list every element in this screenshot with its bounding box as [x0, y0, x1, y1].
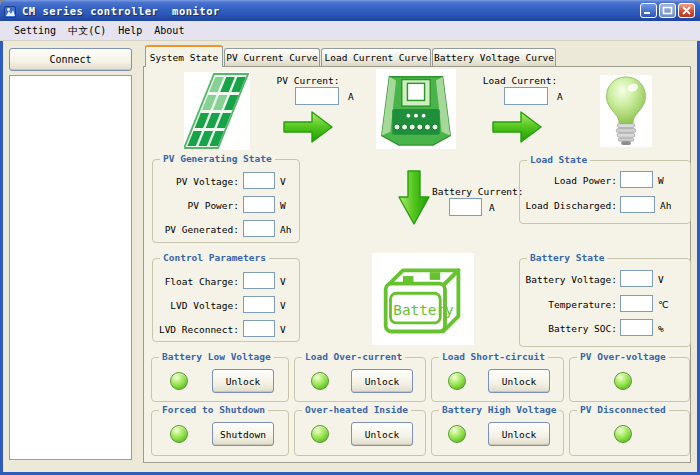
alarm-battery-high-voltage: Battery High Voltage Unlock [431, 410, 564, 456]
load-discharged-label: Load Discharged: [520, 200, 617, 211]
system-state-panel: PV Current: A [143, 66, 691, 463]
load-power-label: Load Power: [520, 175, 617, 186]
pv-disconnected-led-icon [614, 425, 632, 443]
float-charge-unit: V [280, 276, 286, 287]
pv-generating-state-group: PV Generating State PV Voltage: V PV Pow… [152, 159, 300, 243]
pv-power-input[interactable] [243, 196, 275, 213]
device-list[interactable] [9, 75, 132, 460]
alarm-pv-over-voltage-title: PV Over-voltage [577, 351, 669, 362]
temperature-label: Temperature: [520, 299, 617, 310]
over-heated-inside-unlock-button[interactable]: Unlock [351, 422, 413, 446]
alarm-pv-disconnected-title: PV Disconnected [577, 404, 669, 415]
pv-current-label: PV Current: [256, 75, 360, 86]
load-state-title: Load State [527, 154, 590, 165]
alarm-over-heated-inside-title: Over-heated Inside [302, 404, 411, 415]
pv-voltage-unit: V [280, 176, 286, 187]
alarm-battery-high-voltage-title: Battery High Voltage [439, 404, 559, 415]
load-state-group: Load State Load Power: W Load Discharged… [519, 160, 691, 224]
battery-soc-label: Battery SOC: [520, 323, 617, 334]
menu-about[interactable]: About [148, 23, 190, 38]
load-discharged-unit: Ah [660, 200, 671, 211]
pv-voltage-label: PV Voltage: [153, 176, 239, 187]
menu-language[interactable]: 中文(C) [62, 22, 112, 40]
pv-generated-label: PV Generated: [153, 224, 239, 235]
lvd-voltage-unit: V [280, 300, 286, 311]
alarm-forced-to-shutdown-title: Forced to Shutdown [159, 404, 268, 415]
battery-current-label: Battery Current: [432, 186, 524, 197]
battery-high-voltage-led-icon [448, 425, 466, 443]
alarm-forced-to-shutdown: Forced to Shutdown Shutdown [151, 410, 289, 456]
pv-voltage-input[interactable] [243, 172, 275, 189]
battery-state-title: Battery State [527, 252, 607, 263]
lvd-reconnect-unit: V [280, 324, 286, 335]
menubar: Setting 中文(C) Help About [0, 21, 700, 41]
battery-icon: Battery [372, 253, 474, 345]
temperature-input[interactable] [620, 295, 653, 312]
menu-help[interactable]: Help [112, 23, 148, 38]
load-current-unit: A [557, 91, 563, 102]
float-charge-label: Float Charge: [153, 276, 239, 287]
pv-power-label: PV Power: [153, 200, 239, 211]
alarm-pv-disconnected: PV Disconnected [569, 410, 690, 456]
connect-button[interactable]: Connect [9, 48, 132, 71]
battery-state-group: Battery State Battery Voltage: V Tempera… [519, 258, 691, 347]
tab-battery-voltage-curve[interactable]: Battery Voltage Curve [432, 48, 556, 66]
pv-generated-input[interactable] [243, 220, 275, 237]
battery-high-voltage-unlock-button[interactable]: Unlock [488, 422, 550, 446]
battery-soc-input[interactable] [620, 319, 653, 336]
battery-current-input[interactable] [449, 198, 482, 216]
load-short-circuit-unlock-button[interactable]: Unlock [488, 369, 550, 393]
solar-panel-icon [184, 72, 250, 150]
load-current-input[interactable] [504, 87, 548, 105]
lvd-voltage-label: LVD Voltage: [153, 300, 239, 311]
battery-soc-unit: % [658, 323, 664, 334]
battery-flow-arrow-icon [396, 169, 432, 231]
battery-voltage-unit: V [658, 274, 664, 285]
bulb-icon [600, 75, 652, 147]
app-window: CM series controller monitor Setting 中文(… [0, 0, 700, 475]
lvd-reconnect-input[interactable] [243, 320, 275, 337]
load-power-input[interactable] [620, 171, 653, 188]
load-discharged-input[interactable] [620, 196, 655, 213]
float-charge-input[interactable] [243, 272, 275, 289]
battery-low-voltage-unlock-button[interactable]: Unlock [212, 369, 274, 393]
pv-generated-unit: Ah [280, 224, 291, 235]
tab-system-state[interactable]: System State [145, 45, 223, 67]
tab-pv-current-curve[interactable]: PV Current Curve [224, 48, 320, 66]
tab-load-current-curve[interactable]: Load Current Curve [321, 48, 431, 66]
battery-voltage-label: Battery Voltage: [520, 274, 617, 285]
app-icon [4, 4, 18, 18]
alarm-load-over-current-title: Load Over-current [302, 351, 405, 362]
load-over-current-unlock-button[interactable]: Unlock [351, 369, 413, 393]
alarm-load-short-circuit-title: Load Short-circuit [439, 351, 548, 362]
pv-current-input[interactable] [295, 87, 339, 105]
alarm-load-over-current: Load Over-current Unlock [294, 357, 426, 402]
pv-over-voltage-led-icon [614, 372, 632, 390]
battery-icon-text: Battery [393, 302, 454, 318]
pv-current-unit: A [348, 91, 354, 102]
lvd-reconnect-label: LVD Reconnect: [153, 324, 239, 335]
battery-voltage-input[interactable] [620, 270, 653, 287]
controller-icon [376, 69, 456, 149]
load-short-circuit-led-icon [448, 372, 466, 390]
alarm-battery-low-voltage-title: Battery Low Voltage [159, 351, 274, 362]
alarm-pv-over-voltage: PV Over-voltage [569, 357, 690, 402]
control-parameters-title: Control Parameters [160, 252, 269, 263]
load-flow-arrow-icon [491, 109, 543, 149]
window-title: CM series controller monitor [22, 5, 220, 17]
lvd-voltage-input[interactable] [243, 296, 275, 313]
load-current-label: Load Current: [466, 75, 574, 86]
alarm-load-short-circuit: Load Short-circuit Unlock [431, 357, 564, 402]
pv-power-unit: W [280, 200, 286, 211]
battery-low-voltage-led-icon [170, 372, 188, 390]
control-parameters-group: Control Parameters Float Charge: V LVD V… [152, 258, 300, 342]
minimize-button[interactable] [640, 3, 657, 18]
titlebar: CM series controller monitor [0, 0, 700, 21]
load-over-current-led-icon [311, 372, 329, 390]
forced-to-shutdown-led-icon [170, 425, 188, 443]
menu-setting[interactable]: Setting [8, 23, 62, 38]
forced-to-shutdown-button[interactable]: Shutdown [212, 422, 274, 446]
close-button[interactable] [678, 3, 695, 18]
maximize-button[interactable] [659, 3, 676, 18]
temperature-unit: ℃ [658, 299, 669, 310]
